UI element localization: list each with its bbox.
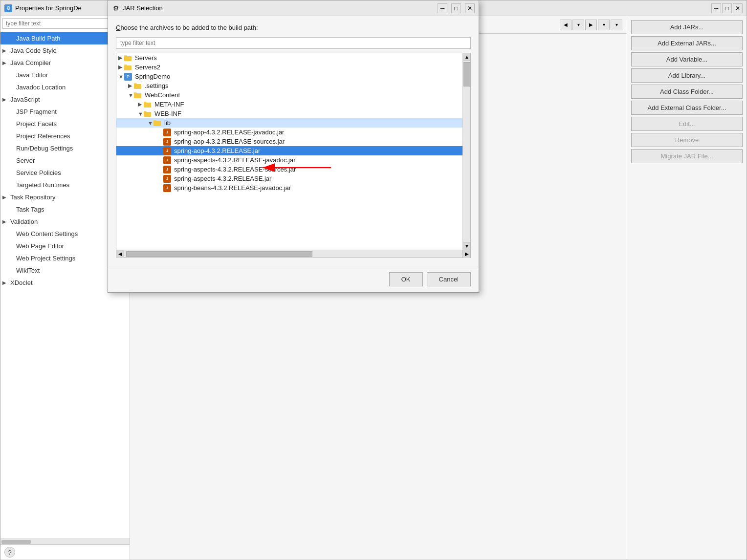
sidebar-item-label: Task Repository (10, 194, 55, 201)
tree-item-label: spring-aop-4.3.2.RELEASE-sources.jar (174, 138, 285, 145)
tree-item-spring-aspects-4-3-2-release-sources-jar[interactable]: Jspring-aspects-4.3.2.RELEASE-sources.ja… (116, 165, 462, 174)
dialog-minimize-button[interactable]: ─ (438, 3, 447, 13)
right-btn-remove: Remove (631, 133, 743, 147)
tree-area: ▶ Servers▶ Servers2▼PSpringDemo▶ .settin… (116, 53, 470, 250)
tree-item--settings[interactable]: ▶ .settings (116, 81, 462, 90)
dialog-filter-input[interactable] (116, 37, 471, 49)
tree-item-label: spring-aspects-4.3.2.RELEASE-javadoc.jar (174, 156, 296, 164)
sidebar-scrollbar[interactable] (0, 538, 130, 544)
sidebar-item-label: JavaScript (10, 96, 40, 103)
dialog-title-text: JAR Selection (123, 4, 434, 12)
expand-arrow: ▶ (2, 60, 8, 65)
tree-item-servers2[interactable]: ▶ Servers2 (116, 63, 462, 72)
expand-arrow: ▶ (2, 280, 8, 285)
back-button[interactable]: ◀ (560, 20, 571, 30)
tree-scroll-down[interactable]: ▼ (463, 242, 470, 250)
tree-item-springdemo[interactable]: ▼PSpringDemo (116, 72, 462, 81)
tree-item-meta-inf[interactable]: ▶ META-INF (116, 100, 462, 109)
expand-arrow: ▶ (2, 48, 8, 53)
dialog-titlebar: ⚙ JAR Selection ─ □ ✕ (108, 0, 479, 16)
item-icon: P (125, 73, 133, 80)
hscroll-left[interactable]: ◀ (116, 250, 124, 258)
item-icon: J (164, 166, 172, 173)
dialog-close-button[interactable]: ✕ (465, 3, 475, 13)
item-icon (154, 120, 162, 127)
sidebar-item-label: XDoclet (10, 279, 33, 286)
dialog-filter (116, 37, 471, 49)
hscroll-thumb (126, 251, 312, 257)
sidebar-item-label: Run/Debug Settings (16, 145, 73, 152)
sidebar-item-label: Java Build Path (16, 35, 60, 42)
sidebar-item-label: Java Compiler (10, 59, 51, 66)
dialog-title-icon: ⚙ (112, 4, 120, 12)
sidebar-item-label: WikiText (16, 267, 40, 274)
view-dropdown-button[interactable]: ▾ (611, 20, 622, 30)
tree-item-label: spring-aspects-4.3.2.RELEASE.jar (174, 175, 271, 182)
sidebar-item-label: Targeted Runtimes (16, 181, 69, 189)
dialog-ok-button[interactable]: OK (389, 272, 423, 286)
hscroll-track (124, 250, 462, 258)
item-icon (125, 55, 133, 62)
maximize-button[interactable]: □ (722, 3, 732, 13)
tree-scroll-thumb (463, 62, 470, 86)
dialog-tree[interactable]: ▶ Servers▶ Servers2▼PSpringDemo▶ .settin… (116, 53, 462, 250)
dialog-tree-wrapper: ▶ Servers▶ Servers2▼PSpringDemo▶ .settin… (116, 53, 471, 258)
sidebar-item-label: Project References (16, 132, 70, 140)
svg-rect-0 (124, 56, 132, 61)
svg-rect-4 (144, 103, 151, 108)
expand-arrow: ▶ (2, 219, 8, 224)
tree-item-web-inf[interactable]: ▼ WEB-INF (116, 109, 462, 118)
right-btn-add-jars-[interactable]: Add JARs... (631, 20, 743, 34)
right-btn-add-external-class-folder-[interactable]: Add External Class Folder... (631, 101, 743, 115)
sidebar-item-label: Java Code Style (10, 47, 57, 54)
tree-item-spring-aop-4-3-2-release-jar[interactable]: Jspring-aop-4.3.2.RELEASE.jar (116, 146, 462, 155)
expand-arrow: ▶ (2, 194, 8, 200)
right-btn-add-external-jars-[interactable]: Add External JARs... (631, 36, 743, 50)
tree-item-spring-aspects-4-3-2-release-jar[interactable]: Jspring-aspects-4.3.2.RELEASE.jar (116, 174, 462, 183)
item-icon: J (164, 148, 172, 154)
item-icon: J (164, 129, 172, 136)
dialog-maximize-button[interactable]: □ (451, 3, 461, 13)
right-btn-add-variable-[interactable]: Add Variable... (631, 52, 743, 66)
sidebar-item-label: Web Page Editor (16, 242, 64, 250)
svg-rect-6 (154, 121, 161, 126)
sidebar-item-label: Javadoc Location (16, 84, 66, 91)
help-area: ? (0, 544, 130, 560)
tree-item-spring-aop-4-3-2-release-javadoc-jar[interactable]: Jspring-aop-4.3.2.RELEASE-javadoc.jar (116, 128, 462, 137)
svg-rect-5 (144, 112, 151, 117)
right-btn-add-library-[interactable]: Add Library... (631, 68, 743, 83)
back-dropdown-button[interactable]: ▾ (572, 20, 584, 30)
forward-dropdown-button[interactable]: ▾ (598, 20, 610, 30)
forward-button[interactable]: ▶ (585, 20, 597, 30)
item-icon: J (164, 157, 172, 164)
tree-item-lib[interactable]: ▼ lib (116, 118, 462, 128)
tree-item-label: Servers2 (135, 64, 160, 71)
tree-item-webcontent[interactable]: ▼ WebContent (116, 90, 462, 100)
sidebar-item-label: Java Editor (16, 71, 48, 79)
dialog-cancel-button[interactable]: Cancel (427, 272, 471, 286)
tree-item-spring-beans-4-3-2-release-javadoc-jar[interactable]: Jspring-beans-4.3.2.RELEASE-javadoc.jar (116, 183, 462, 193)
item-icon (145, 110, 153, 117)
tree-item-spring-aspects-4-3-2-release-javadoc-jar[interactable]: Jspring-aspects-4.3.2.RELEASE-javadoc.ja… (116, 155, 462, 165)
close-button[interactable]: ✕ (733, 3, 743, 13)
tree-hscrollbar[interactable]: ◀ ▶ (116, 250, 470, 258)
sidebar-item-label: Project Facets (16, 120, 57, 128)
tree-scroll-up[interactable]: ▲ (463, 53, 470, 61)
minimize-button[interactable]: ─ (711, 3, 721, 13)
item-icon: J (164, 175, 172, 182)
tree-vscrollbar[interactable]: ▲ ▼ (462, 53, 470, 250)
expand-arrow: ▶ (2, 97, 8, 102)
dialog-instruction: Choose the archives to be added to the b… (116, 24, 471, 31)
tree-item-spring-aop-4-3-2-release-sources-jar[interactable]: Jspring-aop-4.3.2.RELEASE-sources.jar (116, 137, 462, 146)
hscroll-right[interactable]: ▶ (462, 250, 470, 258)
svg-rect-2 (134, 84, 141, 89)
right-btn-add-class-folder-[interactable]: Add Class Folder... (631, 85, 743, 99)
tree-item-servers[interactable]: ▶ Servers (116, 53, 462, 63)
help-button[interactable]: ? (4, 547, 15, 558)
right-panel: Add JARs...Add External JARs...Add Varia… (627, 16, 747, 560)
item-icon (145, 101, 153, 108)
properties-title: Properties for SpringDe (15, 4, 82, 12)
tree-item-label: WebContent (145, 91, 180, 99)
instruction-underline: C (116, 24, 120, 31)
sidebar-item-label: Service Policies (16, 169, 61, 176)
